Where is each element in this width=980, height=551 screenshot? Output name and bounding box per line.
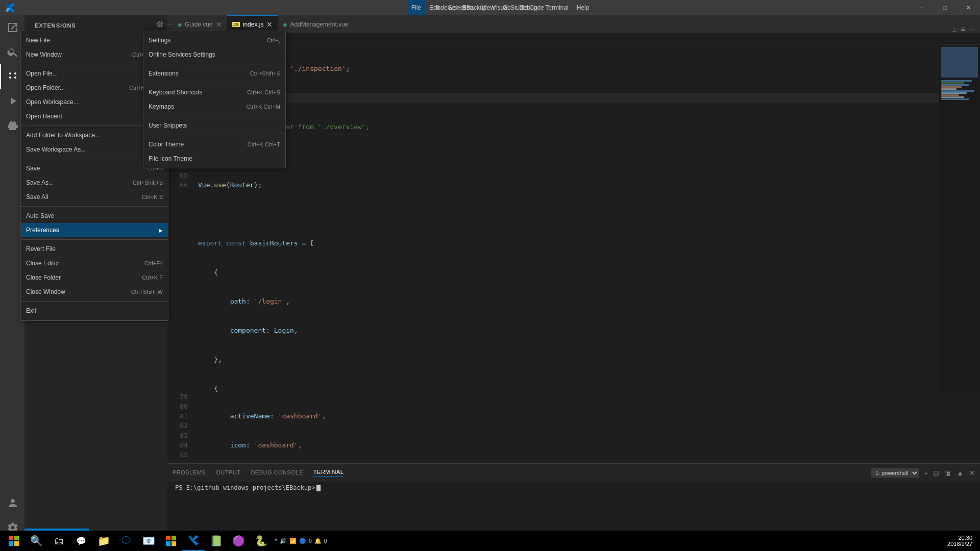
taskbar-py[interactable]: 🐍 <box>250 531 272 551</box>
pref-color-theme[interactable]: Color Theme Ctrl+K Ctrl+T <box>143 137 285 152</box>
pref-settings[interactable]: Settings Ctrl+, <box>143 33 285 47</box>
pref-keyboard-shortcuts[interactable]: Keyboard Shortcuts Ctrl+K Ctrl+S <box>143 85 285 99</box>
taskbar-sys: ^ 🔊 📶 🔵 0 🔔 0 <box>272 538 329 544</box>
menu-terminal[interactable]: Terminal <box>541 0 572 15</box>
menu-exit-label: Exit <box>26 307 36 314</box>
taskbar-edge[interactable] <box>115 531 137 551</box>
tray-notification[interactable]: 🔔 <box>314 538 322 544</box>
maximize-button[interactable]: □ <box>933 0 957 15</box>
pref-keymaps[interactable]: Keymaps Ctrl+K Ctrl+M <box>143 99 285 114</box>
file-menu-section-7: Exit <box>21 302 168 320</box>
pref-settings-label: Settings <box>149 37 170 44</box>
minimap-line-9 <box>941 96 964 98</box>
menu-close-editor[interactable]: Close Editor Ctrl+F4 <box>21 256 168 270</box>
menu-close-window-label: Close Window <box>26 288 65 295</box>
minimap-line-3 <box>941 84 969 86</box>
menu-help[interactable]: Help <box>573 0 594 15</box>
menu-open-folder-label: Open Folder... <box>26 84 65 91</box>
ln-81: 81 <box>167 411 188 421</box>
panel-tab-output[interactable]: OUTPUT <box>216 469 240 477</box>
code-content[interactable]: import inspection from './inspection'; /… <box>193 44 939 392</box>
tab-addmgmt[interactable]: ◈ AddManagement.vue <box>278 15 353 33</box>
code-line-61: component: Login, <box>198 325 939 335</box>
menu-save-all[interactable]: Save All Ctrl+K S <box>21 190 168 204</box>
menu-close-window[interactable]: Close Window Ctrl+Shift+W <box>21 285 168 299</box>
terminal-shell-select[interactable]: 1: powershell <box>871 468 919 478</box>
tabs-overflow[interactable]: ··· <box>167 18 173 31</box>
pref-online-services[interactable]: Online Services Settings <box>143 47 285 62</box>
tray-badge1: 0 <box>309 538 312 544</box>
taskbar-search[interactable]: 🔍 <box>25 531 47 551</box>
menu-auto-save[interactable]: Auto Save <box>21 209 168 223</box>
taskbar-chat[interactable]: 💬 <box>70 531 92 551</box>
menu-new-window-label: New Window <box>26 51 62 58</box>
taskbar-clock[interactable]: 20:30 2018/9/27 <box>947 535 977 547</box>
kill-terminal-btn[interactable]: 🗑 <box>944 469 951 477</box>
taskbar-ps[interactable]: 🟣 <box>227 531 250 551</box>
terminal-tabs: PROBLEMS OUTPUT DEBUG CONSOLE TERMINAL 1… <box>167 464 980 482</box>
menu-preferences-label: Preferences <box>26 227 59 234</box>
tab-close-index[interactable]: ✕ <box>266 20 273 29</box>
menu-save-workspace-label: Save Workspace As... <box>26 146 86 153</box>
code-line-57 <box>198 209 939 219</box>
editor-area: ··· ◈ Guide.vue ✕ JS index.js ✕ ◈ AddMan… <box>167 15 980 540</box>
ln-65: 65 <box>167 170 188 180</box>
toggle-panel-icon[interactable]: ≡ <box>961 25 965 33</box>
menu-file[interactable]: File <box>407 0 425 15</box>
menu-exit[interactable]: Exit <box>21 304 168 318</box>
pref-submenu: Settings Ctrl+, Online Services Settings… <box>143 31 286 168</box>
pref-separator-2 <box>143 83 285 83</box>
minimap-line-1 <box>941 80 972 82</box>
menu-open-file-label: Open File... <box>26 70 58 77</box>
menu-preferences[interactable]: Preferences ▶ <box>21 223 168 237</box>
taskbar-task-view[interactable]: 🗂 <box>47 531 70 551</box>
code-content-bottom[interactable]: activeName: 'dashboard', icon: 'dashboar… <box>193 392 939 463</box>
pref-user-snippets[interactable]: User Snippets <box>143 118 285 133</box>
close-panel-btn[interactable]: ✕ <box>969 469 975 477</box>
window-title: index.js - EBackup - Visual Studio Code <box>436 4 544 11</box>
taskbar-explorer[interactable]: 📁 <box>92 531 115 551</box>
split-editor-icon[interactable]: ⟂ <box>952 25 957 33</box>
more-actions-icon[interactable]: ··· <box>969 25 975 33</box>
taskbar-vscode[interactable] <box>182 531 205 551</box>
minimize-button[interactable]: ─ <box>910 0 933 15</box>
split-terminal-btn[interactable]: ⊟ <box>933 469 939 477</box>
menu-save-as-shortcut: Ctrl+Shift+S <box>133 180 163 186</box>
panel-tab-terminal[interactable]: TERMINAL <box>313 469 344 477</box>
minimap-highlight <box>941 47 978 78</box>
pref-separator-3 <box>143 116 285 116</box>
menu-save-as[interactable]: Save As... Ctrl+Shift+S <box>21 176 168 190</box>
new-terminal-btn[interactable]: + <box>924 469 928 477</box>
tab-actions: ⟂ ≡ ··· <box>947 25 980 33</box>
taskbar-excel[interactable]: 📗 <box>205 531 227 551</box>
pref-separator-1 <box>143 64 285 64</box>
panel-tab-debug[interactable]: DEBUG CONSOLE <box>251 469 303 477</box>
clock-time: 20:30 <box>947 535 972 541</box>
pref-extensions[interactable]: Extensions Ctrl+Shift+X <box>143 66 285 81</box>
taskbar-store[interactable] <box>160 531 182 551</box>
pref-online-services-label: Online Services Settings <box>149 51 215 58</box>
activity-accounts[interactable] <box>0 491 24 515</box>
panel-tab-problems[interactable]: PROBLEMS <box>173 469 206 477</box>
close-button[interactable]: ✕ <box>957 0 980 15</box>
tray-caret[interactable]: ^ <box>275 538 277 544</box>
tray-network[interactable]: 📶 <box>289 538 297 544</box>
code-editor[interactable]: 52 53 54 55 56 57 58 59 60 61 62 63 64 6… <box>167 44 980 463</box>
svg-rect-7 <box>172 541 176 546</box>
line-numbers-bottom: 79 80 81 82 83 84 85 <box>167 392 193 463</box>
tray-bluetooth[interactable]: 🔵 <box>299 538 306 544</box>
minimap-line-8 <box>941 94 959 96</box>
terminal-content[interactable]: PS E:\github_windows_projects\EBackup> <box>167 482 980 494</box>
tray-volume[interactable]: 🔊 <box>280 538 287 544</box>
taskbar-start[interactable] <box>3 531 25 551</box>
ln-85: 85 <box>167 450 188 460</box>
menu-revert-file[interactable]: Revert File <box>21 242 168 256</box>
svg-rect-3 <box>14 541 19 546</box>
pref-file-icon-theme[interactable]: File Icon Theme <box>143 152 285 166</box>
menu-close-folder[interactable]: Close Folder Ctrl+K F <box>21 270 168 285</box>
menu-close-folder-label: Close Folder <box>26 274 61 281</box>
maximize-panel-btn[interactable]: ▲ <box>957 469 964 477</box>
tab-close-guide[interactable]: ✕ <box>216 20 222 29</box>
taskbar-mail[interactable]: 📧 <box>137 531 160 551</box>
sidebar-gear-icon[interactable]: ⚙ <box>156 19 163 29</box>
